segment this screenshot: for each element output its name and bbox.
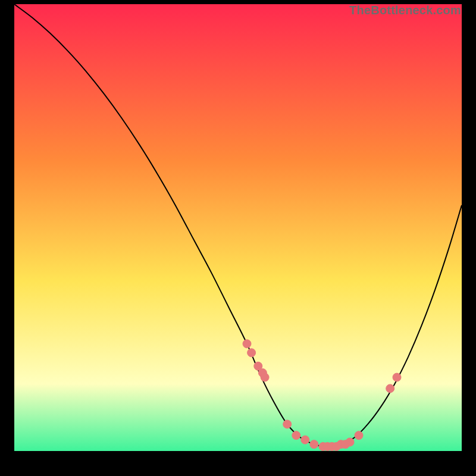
gradient-background (14, 4, 462, 451)
attribution-text: TheBottleneck.com (349, 4, 461, 17)
chart-frame (14, 4, 462, 451)
svg-rect-0 (14, 4, 462, 451)
